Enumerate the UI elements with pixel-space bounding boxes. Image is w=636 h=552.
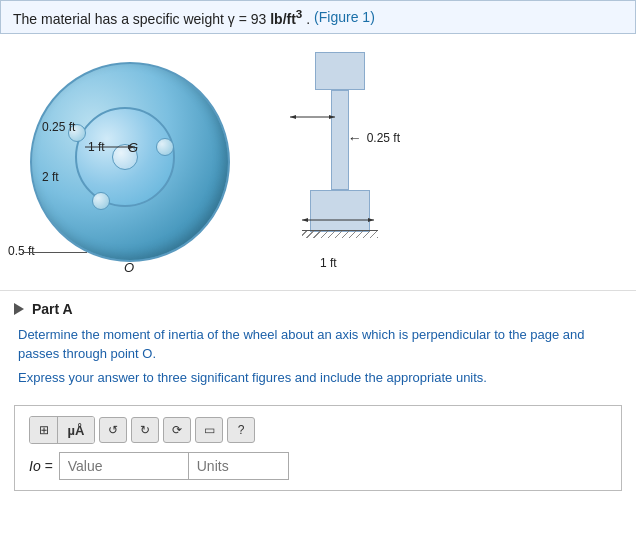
axle-label-025ft: 0.25 ft bbox=[348, 130, 400, 146]
toolbar-grid-btn[interactable]: ⊞ bbox=[30, 417, 58, 443]
units-input[interactable] bbox=[189, 452, 289, 480]
wheel-circle-3 bbox=[92, 192, 110, 210]
axle-1ft-dim bbox=[300, 210, 380, 240]
label-2ft: 2 ft bbox=[42, 170, 59, 184]
toolbar-group-1: ⊞ µÅ bbox=[29, 416, 95, 444]
axle-diagram: 0.25 ft 1 ft bbox=[280, 52, 400, 272]
part-a-section: Part A Determine the moment of inertia o… bbox=[0, 290, 636, 396]
axle-width-dim bbox=[280, 102, 400, 132]
input-label: Io = bbox=[29, 458, 53, 474]
part-header: Part A bbox=[14, 301, 622, 317]
input-row: Io = bbox=[29, 452, 607, 480]
part-description-2: Express your answer to three significant… bbox=[14, 368, 622, 388]
wheel-diagram: 0.25 ft 1 ft G 2 ft 0.5 ft O bbox=[20, 52, 240, 272]
toolbar-undo-btn[interactable]: ↺ bbox=[99, 417, 127, 443]
label-O: O bbox=[124, 260, 134, 275]
arrow-05ft bbox=[22, 252, 87, 253]
answer-box: ⊞ µÅ ↺ ↻ ⟳ ▭ ? Io = bbox=[14, 405, 622, 491]
toolbar-refresh-btn[interactable]: ⟳ bbox=[163, 417, 191, 443]
toolbar-rect-btn[interactable]: ▭ bbox=[195, 417, 223, 443]
figure-area: 0.25 ft 1 ft G 2 ft 0.5 ft O 0.25 ft bbox=[0, 34, 636, 282]
part-a-label: Part A bbox=[32, 301, 73, 317]
collapse-icon[interactable] bbox=[14, 303, 24, 315]
axle-label-1ft: 1 ft bbox=[320, 256, 337, 270]
axle-arrow bbox=[348, 130, 364, 146]
statement-text: The material has a specific weight γ = 9… bbox=[13, 7, 310, 27]
axle-top-block bbox=[315, 52, 365, 90]
value-input[interactable] bbox=[59, 452, 189, 480]
part-description-1: Determine the moment of inertia of the w… bbox=[14, 325, 622, 364]
problem-statement: The material has a specific weight γ = 9… bbox=[0, 0, 636, 34]
wheel-circle-2 bbox=[156, 138, 174, 156]
label-05ft: 0.5 ft bbox=[8, 244, 35, 258]
toolbar-help-btn[interactable]: ? bbox=[227, 417, 255, 443]
figure-link[interactable]: (Figure 1) bbox=[314, 9, 375, 25]
toolbar-redo-btn[interactable]: ↻ bbox=[131, 417, 159, 443]
label-025ft: 0.25 ft bbox=[42, 120, 75, 134]
arrow-to-G bbox=[80, 132, 150, 162]
answer-toolbar: ⊞ µÅ ↺ ↻ ⟳ ▭ ? bbox=[29, 416, 607, 444]
toolbar-mu-btn[interactable]: µÅ bbox=[58, 417, 94, 443]
